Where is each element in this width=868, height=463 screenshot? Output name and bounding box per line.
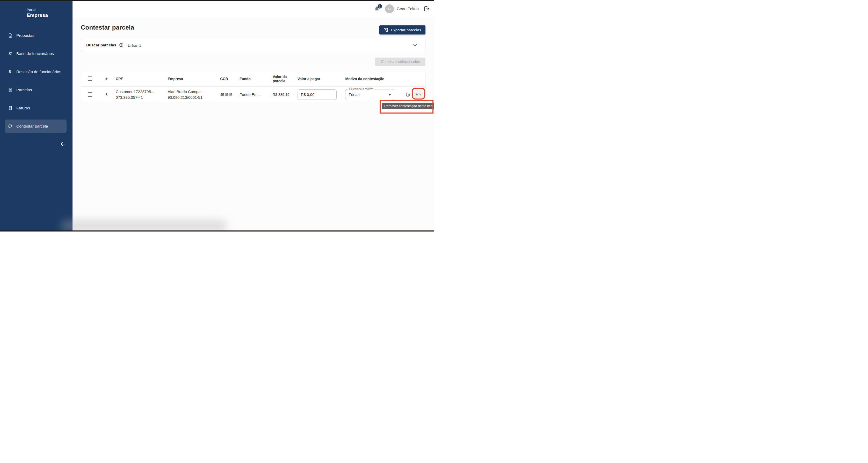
avatar-initial: G bbox=[388, 7, 391, 11]
header-valor-parcela: Valor da parcela bbox=[273, 75, 298, 83]
brand-company-label: Empresa bbox=[27, 12, 72, 18]
customer-name: Customer 17228795... bbox=[116, 89, 168, 95]
installments-icon: $ bbox=[8, 87, 13, 92]
select-caret-icon bbox=[389, 94, 391, 96]
valor-a-pagar-input[interactable] bbox=[298, 89, 337, 100]
sidebar-item-parcelas[interactable]: $ Parcelas bbox=[5, 84, 67, 96]
sidebar-item-label: Rescisão de funcionários bbox=[16, 69, 61, 74]
sidebar-collapse-button[interactable] bbox=[60, 141, 66, 147]
rows-count-label: Linhas: 1 bbox=[128, 44, 141, 48]
sidebar-item-contestar-parcela[interactable]: Contestar parcela bbox=[5, 119, 67, 133]
user-name: Gean Feltrin bbox=[397, 6, 419, 11]
sidebar-item-faturas[interactable]: Faturas bbox=[5, 103, 67, 114]
topbar: 1 G Gean Feltrin bbox=[72, 1, 434, 17]
avatar[interactable]: G bbox=[385, 4, 394, 13]
sidebar-nav: Propostas Base de funcionários Rescisã bbox=[0, 30, 72, 133]
page-title: Contestar parcela bbox=[81, 24, 134, 31]
header-motivo: Motivo da contestação bbox=[345, 77, 405, 81]
empresa-cnpj: 93.080.213/0001-51 bbox=[168, 95, 220, 100]
row-empresa-cell: Alan Brado Compa... 93.080.213/0001-51 bbox=[168, 89, 220, 100]
person-remove-icon bbox=[8, 69, 13, 75]
sidebar-item-rescisao-funcionarios[interactable]: Rescisão de funcionários bbox=[5, 66, 67, 78]
cpf-number: 073.395.057-41 bbox=[116, 95, 168, 100]
search-panel[interactable]: Buscar parcelas ? Linhas: 1 bbox=[81, 38, 426, 52]
notifications-button[interactable]: 1 bbox=[374, 6, 380, 12]
export-parcelas-label: Exportar parcelas bbox=[391, 28, 421, 32]
svg-text:?: ? bbox=[121, 44, 122, 46]
row-cpf-cell: Customer 17228795... 073.395.057-41 bbox=[116, 89, 168, 100]
window-top-strip bbox=[0, 0, 434, 1]
empresa-name: Alan Brado Compa... bbox=[168, 89, 220, 95]
header-index: # bbox=[105, 77, 116, 81]
search-panel-title: Buscar parcelas bbox=[86, 43, 116, 47]
parcelas-table: # CPF Empresa CCB Fundo Valor da parcela… bbox=[81, 71, 426, 103]
contest-icon bbox=[8, 124, 13, 129]
sidebar-item-base-funcionarios[interactable]: Base de funcionários bbox=[5, 48, 67, 59]
row-index: 3 bbox=[105, 92, 116, 97]
sidebar-item-propostas[interactable]: Propostas bbox=[5, 30, 67, 41]
main-content: Contestar parcela Exportar parcelas Busc… bbox=[72, 17, 434, 230]
chevron-down-icon[interactable] bbox=[412, 42, 418, 48]
sidebar-item-label: Propostas bbox=[16, 33, 34, 38]
header-ccb: CCB bbox=[220, 77, 240, 81]
motivo-select-value: Férias bbox=[348, 92, 360, 97]
employees-icon bbox=[8, 51, 13, 56]
contest-selected-button[interactable]: Contestar selecionados bbox=[375, 58, 426, 66]
svg-text:$: $ bbox=[10, 89, 11, 91]
header-fundo: Fundo bbox=[240, 77, 273, 81]
motivo-select-label: Selecione o motivo bbox=[348, 87, 374, 90]
contest-icon bbox=[405, 92, 411, 97]
row-valor-parcela: R$ 339,19 bbox=[273, 92, 298, 97]
motivo-select[interactable]: Selecione o motivo Férias bbox=[345, 89, 394, 100]
header-cpf: CPF bbox=[116, 77, 168, 81]
remove-contest-tooltip: Remover contestação deste item bbox=[382, 103, 434, 109]
window-bottom-strip bbox=[0, 230, 434, 231]
row-ccb: 451515 bbox=[220, 92, 240, 97]
row-fundo: Fundo Em... bbox=[240, 92, 273, 97]
invoice-icon bbox=[8, 106, 13, 111]
sidebar-item-label: Faturas bbox=[16, 106, 30, 110]
row-checkbox[interactable] bbox=[88, 92, 92, 97]
logout-icon bbox=[423, 6, 430, 12]
undo-icon bbox=[416, 92, 421, 97]
sidebar-item-label: Base de funcionários bbox=[16, 51, 54, 56]
brand-portal-label: Portal bbox=[27, 8, 72, 12]
help-icon[interactable]: ? bbox=[119, 42, 124, 48]
table-header-row: # CPF Empresa CCB Fundo Valor da parcela… bbox=[81, 71, 425, 87]
bottom-blur-artifact bbox=[61, 220, 226, 231]
remove-contest-button[interactable] bbox=[413, 90, 423, 99]
select-all-checkbox[interactable] bbox=[88, 77, 92, 81]
sidebar: Portal Empresa Propostas Base de funcion… bbox=[0, 1, 72, 230]
logout-button[interactable] bbox=[423, 5, 430, 12]
sidebar-item-label: Contestar parcela bbox=[16, 124, 48, 128]
arrow-left-icon bbox=[60, 141, 66, 147]
sidebar-item-label: Parcelas bbox=[16, 88, 32, 92]
header-valor-pagar: Valor a pagar bbox=[298, 77, 345, 81]
contest-item-button[interactable] bbox=[405, 92, 411, 97]
document-icon bbox=[8, 33, 13, 38]
brand: Portal Empresa bbox=[0, 1, 72, 18]
notifications-badge: 1 bbox=[377, 4, 382, 8]
export-parcelas-button[interactable]: Exportar parcelas bbox=[379, 25, 426, 34]
mail-export-icon bbox=[383, 27, 389, 32]
header-empresa: Empresa bbox=[168, 77, 220, 81]
table-row: 3 Customer 17228795... 073.395.057-41 Al… bbox=[81, 87, 425, 103]
